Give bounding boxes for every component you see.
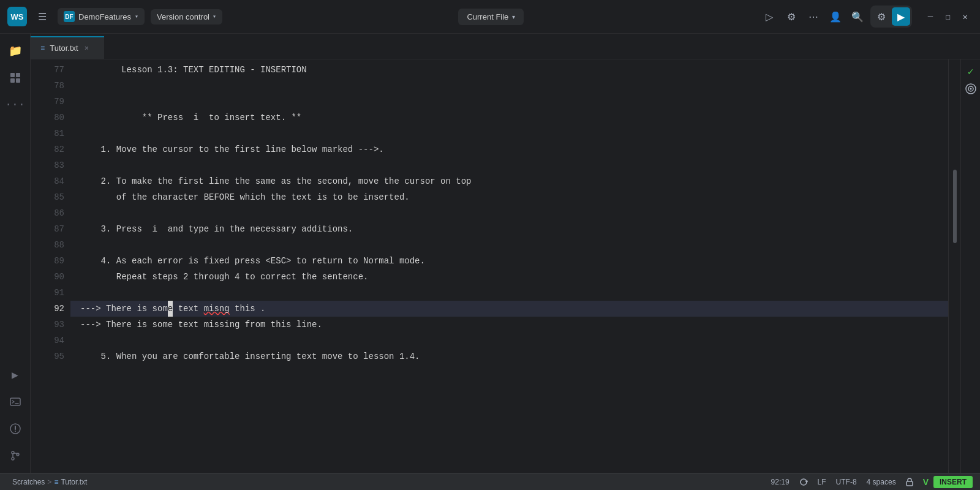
svg-point-10 (12, 458, 14, 460)
vcs-dropdown-arrow: ▾ (213, 13, 216, 20)
more-button[interactable]: ⋯ (804, 7, 823, 26)
code-line-81 (70, 126, 948, 141)
minimize-button[interactable]: — (923, 9, 938, 24)
editor-scrollbar[interactable] (948, 59, 960, 473)
settings-button[interactable]: ⚙ (872, 7, 891, 26)
line-num-83: 83 (37, 157, 64, 173)
line-num-92: 92 (37, 301, 64, 317)
line-num-82: 82 (37, 141, 64, 157)
titlebar-center: Current File ▾ (228, 9, 754, 25)
line-num-79: 79 (37, 94, 64, 110)
svg-rect-3 (16, 78, 20, 83)
code-line-91 (70, 285, 948, 301)
profile-button[interactable]: 👤 (826, 7, 845, 26)
tab-bar: ≡ Tutor.txt ✕ (31, 34, 980, 59)
svg-rect-0 (10, 73, 15, 77)
code-line-87: 3. Press i and type in the necessary add… (70, 221, 948, 237)
editor-code[interactable]: Lesson 1.3: TEXT EDITING - INSERTION ** … (70, 59, 948, 473)
current-file-button[interactable]: Current File ▾ (458, 9, 524, 25)
tab-name: Tutor.txt (50, 43, 78, 53)
code-line-79 (70, 94, 948, 110)
sidebar-more-icon[interactable]: ··· (4, 94, 26, 116)
code-line-94 (70, 333, 948, 349)
check-icon: ✓ (968, 66, 974, 78)
lock-icon[interactable] (901, 478, 918, 486)
search-button[interactable]: 🔍 (848, 7, 867, 26)
svg-rect-4 (10, 398, 20, 405)
line-num-86: 86 (37, 205, 64, 221)
svg-rect-1 (16, 73, 20, 77)
tab-close-button[interactable]: ✕ (83, 42, 90, 54)
current-file-dropdown-arrow: ▾ (512, 13, 515, 20)
project-icon: DF (64, 11, 75, 22)
titlebar: WS ☰ DF DemoFeatures ▾ Version control ▾… (0, 0, 980, 34)
breadcrumb-separator: > (47, 478, 51, 486)
close-button[interactable]: ✕ (958, 9, 973, 24)
sidebar-structure-icon[interactable] (4, 67, 26, 89)
status-right: 92:19 LF UTF-8 4 spaces V INSERT (766, 476, 973, 488)
tab-tutor[interactable]: ≡ Tutor.txt ✕ (31, 36, 104, 59)
sidebar-problems-icon[interactable] (4, 418, 26, 440)
vim-icon: V (918, 477, 933, 487)
line-num-80: 80 (37, 110, 64, 126)
cursor-position[interactable]: 92:19 (766, 478, 794, 486)
vcs-label: Version control (157, 12, 209, 21)
breadcrumb-filename: Tutor.txt (61, 478, 87, 486)
sidebar-folder-icon[interactable]: 📁 (4, 40, 26, 62)
line-num-93: 93 (37, 317, 64, 333)
main-layout: 📁 ··· ▶ (0, 34, 980, 473)
hamburger-menu[interactable]: ☰ (33, 7, 51, 26)
code-line-93: ---> There is some text missing from thi… (70, 317, 948, 333)
editor-content[interactable]: 77 78 79 80 81 82 83 84 85 86 87 88 89 9… (31, 59, 980, 473)
line-num-84: 84 (37, 173, 64, 189)
line-num-89: 89 (37, 253, 64, 269)
left-sidebar: 📁 ··· ▶ (0, 34, 31, 473)
line-num-78: 78 (37, 78, 64, 94)
window-controls: — ☐ ✕ (923, 9, 973, 24)
maximize-button[interactable]: ☐ (940, 9, 955, 24)
line-num-94: 94 (37, 333, 64, 349)
code-line-89: 4. As each error is fixed press <ESC> to… (70, 253, 948, 269)
sync-status[interactable] (794, 478, 813, 486)
breadcrumb-scratches: Scratches (12, 478, 45, 486)
svg-point-15 (970, 88, 971, 90)
code-line-92: ---> There is some text misng this . (70, 301, 948, 317)
plugin-run-button[interactable]: ▶ (892, 7, 910, 26)
debug-button[interactable]: ⚙ (782, 7, 801, 26)
breadcrumb-file-icon: ≡ (54, 478, 58, 486)
project-name: DemoFeatures (78, 12, 131, 21)
scrollbar-thumb[interactable] (953, 170, 957, 243)
svg-rect-16 (907, 481, 913, 486)
project-selector[interactable]: DF DemoFeatures ▾ (58, 8, 145, 25)
encoding[interactable]: UTF-8 (831, 478, 862, 486)
line-num-81: 81 (37, 126, 64, 141)
line-num-95: 95 (37, 349, 64, 364)
line-num-88: 88 (37, 237, 64, 253)
run-button[interactable]: ▷ (760, 7, 778, 26)
indent-settings[interactable]: 4 spaces (862, 478, 901, 486)
sidebar-run-icon[interactable]: ▶ (4, 364, 26, 386)
code-line-85: of the character BEFORE which the text i… (70, 189, 948, 205)
code-line-80: ** Press i to insert text. ** (70, 110, 948, 126)
sidebar-git-icon[interactable] (4, 445, 26, 467)
line-num-85: 85 (37, 189, 64, 205)
cursor: e (168, 301, 173, 317)
svg-rect-2 (10, 78, 15, 83)
titlebar-actions: ▷ ⚙ ⋯ 👤 🔍 ⚙ ▶ (760, 6, 912, 28)
editor-area: ≡ Tutor.txt ✕ 77 78 79 80 81 82 83 84 85… (31, 34, 980, 473)
line-num-91: 91 (37, 285, 64, 301)
line-num-77: 77 (37, 62, 64, 78)
settings-group: ⚙ ▶ (870, 6, 912, 28)
code-line-86 (70, 205, 948, 221)
vcs-selector[interactable]: Version control ▾ (151, 9, 222, 24)
code-line-83 (70, 157, 948, 173)
code-line-88 (70, 237, 948, 253)
far-right-panel: ✓ (960, 59, 980, 473)
line-ending[interactable]: LF (813, 478, 831, 486)
ai-assistant-icon[interactable] (965, 83, 977, 99)
insert-mode-badge[interactable]: INSERT (933, 476, 973, 488)
sidebar-terminal-icon[interactable] (4, 391, 26, 413)
code-line-77: Lesson 1.3: TEXT EDITING - INSERTION (70, 62, 948, 78)
breadcrumb-item[interactable]: Scratches > ≡ Tutor.txt (7, 473, 92, 490)
squiggly-word: misng (204, 301, 230, 317)
